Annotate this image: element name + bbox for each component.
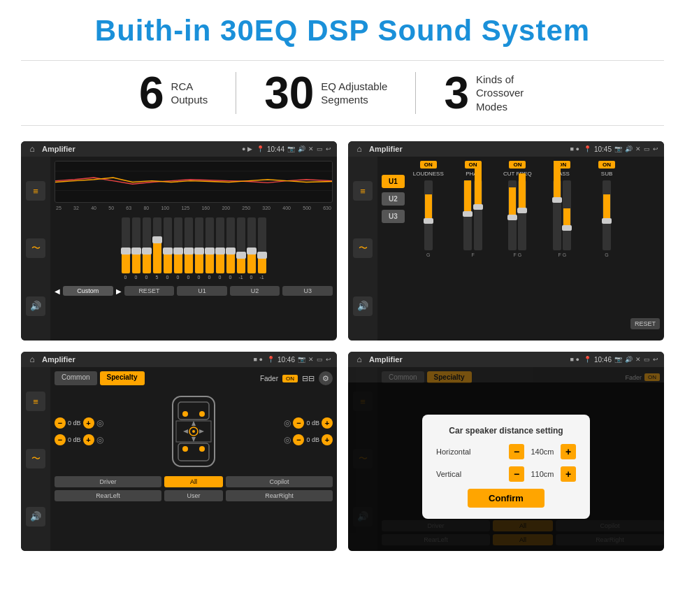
- eq-slider-10[interactable]: 0: [226, 217, 235, 280]
- eq-slider-2[interactable]: 0: [143, 217, 151, 280]
- settings-icon-3[interactable]: ⚙: [319, 371, 333, 385]
- ch-bass: ON BASS: [541, 161, 583, 336]
- vertical-minus[interactable]: −: [509, 466, 524, 482]
- screenshots-grid: ⌂ Amplifier ● ▶ 📍 10:44 📷 🔊 ✕ ▭ ↩ ≡ 〜: [21, 141, 664, 551]
- horizontal-minus[interactable]: −: [509, 444, 524, 459]
- speaker-content: ≡ 〜 🔊 Common Specialty Fader ON ⊟⊟ ⚙: [21, 367, 337, 551]
- volume-icon-4: 🔊: [625, 356, 633, 363]
- wave-icon-2[interactable]: 〜: [353, 238, 373, 258]
- speaker-icon-2[interactable]: 🔊: [353, 296, 373, 316]
- dot-icons-2: ■ ●: [570, 145, 579, 152]
- u3-btn[interactable]: U3: [382, 210, 405, 223]
- status-bar-2: ⌂ Amplifier ■ ● 📍 10:45 📷 🔊 ✕ ▭ ↩: [348, 141, 664, 157]
- prev-btn[interactable]: ◀: [55, 287, 60, 295]
- btn-user[interactable]: User: [164, 490, 223, 501]
- status-bar-1: ⌂ Amplifier ● ▶ 📍 10:44 📷 🔊 ✕ ▭ ↩: [21, 141, 337, 157]
- horizontal-stepper: − 140cm +: [509, 444, 576, 459]
- home-icon-4: ⌂: [354, 354, 365, 365]
- tab-specialty[interactable]: Specialty: [100, 371, 145, 385]
- spk-rl-val: 0 dB: [68, 436, 81, 443]
- wave-icon-3[interactable]: 〜: [26, 449, 45, 468]
- btn-driver[interactable]: Driver: [55, 476, 161, 487]
- dialog-vertical-row: Vertical − 110cm +: [436, 466, 576, 482]
- spk-rl-minus[interactable]: −: [55, 434, 66, 445]
- btn-rearleft[interactable]: RearLeft: [55, 490, 161, 501]
- svg-marker-16: [183, 429, 188, 434]
- spk-fl-plus[interactable]: +: [83, 417, 94, 429]
- eq-slider-1[interactable]: 0: [132, 217, 140, 280]
- preset-u2[interactable]: U2: [230, 286, 280, 296]
- loudness-on[interactable]: ON: [420, 161, 437, 169]
- btn-rearright[interactable]: RearRight: [226, 490, 333, 501]
- preset-custom[interactable]: Custom: [63, 286, 113, 296]
- eq-slider-13[interactable]: -1: [258, 217, 266, 280]
- speaker-icon-3[interactable]: 🔊: [26, 507, 45, 527]
- eq-slider-11[interactable]: -1: [237, 217, 245, 280]
- spk-rl-plus[interactable]: +: [83, 434, 94, 445]
- eq-icon[interactable]: ≡: [26, 181, 45, 201]
- svg-marker-17: [199, 429, 204, 434]
- tab-common[interactable]: Common: [55, 371, 97, 385]
- volume-icon-1: 🔊: [298, 145, 305, 152]
- eq-slider-6[interactable]: 0: [185, 217, 193, 280]
- preset-u1[interactable]: U1: [177, 286, 227, 296]
- car-top-view-svg: [166, 389, 222, 473]
- eq-slider-7[interactable]: 0: [195, 217, 203, 280]
- spk-rr-minus[interactable]: −: [293, 434, 304, 445]
- volume-icon-3: ✕: [308, 356, 314, 363]
- eq-slider-3[interactable]: 5: [153, 217, 161, 280]
- u2-btn[interactable]: U2: [382, 192, 405, 206]
- eq-main-area: 253240 506380 100125160 200250320 400500…: [50, 157, 337, 341]
- horizontal-plus[interactable]: +: [561, 444, 576, 459]
- eq-slider-4[interactable]: 0: [164, 217, 172, 280]
- next-btn[interactable]: ▶: [116, 287, 122, 295]
- eq-graph: [55, 161, 333, 203]
- spk-fr-plus[interactable]: +: [322, 417, 333, 429]
- eq-slider-5[interactable]: 0: [174, 217, 182, 280]
- btn-copilot[interactable]: Copilot: [226, 476, 333, 487]
- speaker-main-area: Common Specialty Fader ON ⊟⊟ ⚙: [50, 367, 337, 551]
- spk-fl-minus[interactable]: −: [55, 417, 66, 429]
- u1-btn[interactable]: U1: [382, 175, 405, 188]
- vertical-plus[interactable]: +: [561, 466, 576, 482]
- stat-eq-number: 30: [264, 71, 314, 115]
- eq-slider-9[interactable]: 0: [216, 217, 224, 280]
- fader-label: Fader: [260, 375, 278, 382]
- preset-reset[interactable]: RESET: [124, 286, 175, 296]
- app-name-1: Amplifier: [42, 145, 238, 153]
- eq-slider-12[interactable]: 0: [247, 217, 256, 280]
- wave-icon[interactable]: 〜: [26, 238, 45, 258]
- spk-fr-minus[interactable]: −: [293, 417, 304, 429]
- status-icons-4: 📍 10:46 📷 🔊 ✕ ▭ ↩: [584, 356, 658, 364]
- stat-rca-label: RCA Outputs: [171, 80, 208, 107]
- confirm-button[interactable]: Confirm: [468, 489, 545, 508]
- svg-marker-14: [192, 421, 196, 426]
- btn-all[interactable]: All: [164, 476, 223, 487]
- fader-slider[interactable]: ⊟⊟: [302, 374, 315, 383]
- fader-on-badge[interactable]: ON: [282, 375, 298, 382]
- app-name-2: Amplifier: [369, 145, 566, 153]
- preset-u3[interactable]: U3: [282, 286, 333, 296]
- eq-icon-2[interactable]: ≡: [353, 181, 373, 201]
- spk-rr-plus[interactable]: +: [322, 434, 333, 445]
- eq-slider-0[interactable]: 0: [122, 217, 130, 280]
- speaker-sidebar: ≡ 〜 🔊: [21, 367, 50, 551]
- sub-on[interactable]: ON: [598, 161, 615, 169]
- svg-point-8: [182, 411, 188, 417]
- time-1: 10:44: [267, 145, 284, 153]
- x-icon-4: ✕: [635, 356, 641, 363]
- time-2: 10:45: [594, 145, 612, 153]
- eq-icon-3[interactable]: ≡: [26, 392, 45, 411]
- status-icons-2: 📍 10:45 📷 🔊 ✕ ▭ ↩: [584, 145, 658, 153]
- eq-slider-8[interactable]: 0: [206, 217, 214, 280]
- x-icon-1: ✕: [308, 145, 314, 152]
- eq-freq-labels: 253240 506380 100125160 200250320 400500…: [55, 206, 333, 210]
- cutfreq-on[interactable]: ON: [509, 161, 526, 169]
- location-icon-4: 📍: [584, 356, 591, 363]
- svg-rect-6: [178, 443, 209, 461]
- cutfreq-label: CUT FREQ: [503, 171, 532, 177]
- speaker-icon[interactable]: 🔊: [26, 296, 45, 316]
- home-icon-2: ⌂: [354, 143, 365, 155]
- reset-btn[interactable]: RESET: [630, 318, 660, 329]
- eq-sliders: 0 0 0 5: [55, 213, 333, 283]
